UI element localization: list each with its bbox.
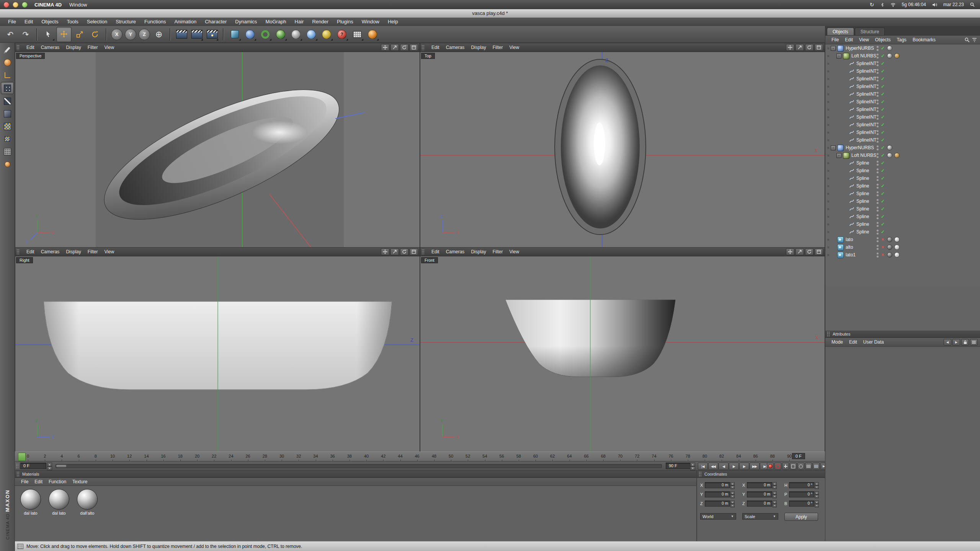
timeline-tick-84[interactable]: 84 xyxy=(736,454,741,458)
timeline-tick-32[interactable]: 32 xyxy=(296,454,301,458)
attributes-panel-header[interactable]: Attributes xyxy=(825,331,980,338)
timeline-tick-24[interactable]: 24 xyxy=(229,454,233,458)
bluetooth-icon[interactable] xyxy=(880,2,884,7)
viewport-menu-display[interactable]: Display xyxy=(66,249,81,254)
object-manager-menu-view[interactable]: View xyxy=(859,37,869,42)
filter-icon[interactable] xyxy=(972,37,977,42)
edges-mode-button[interactable] xyxy=(1,95,13,107)
viewport-menu-display[interactable]: Display xyxy=(66,45,81,50)
panel-grip[interactable] xyxy=(827,331,830,337)
panel-grip[interactable] xyxy=(16,45,20,50)
next-key-button[interactable]: ▶▶ xyxy=(750,463,760,470)
panel-grip[interactable] xyxy=(16,471,20,477)
position-y-field[interactable]: 0 m xyxy=(705,491,730,497)
enable-toggle-icon[interactable]: ✓ xyxy=(880,222,885,227)
app-menu-character[interactable]: Character xyxy=(201,18,231,26)
timeline-scrollbar[interactable] xyxy=(56,464,662,468)
visibility-dots-icon[interactable] xyxy=(877,92,879,94)
viewport-menu-filter[interactable]: Filter xyxy=(88,249,98,254)
visibility-dots-icon[interactable] xyxy=(877,130,879,132)
position-z-field[interactable]: 0 m xyxy=(705,500,730,507)
tree-row-hypernurbs[interactable]: -HyperNURBS✓ xyxy=(825,44,980,52)
materials-menu-function[interactable]: Function xyxy=(49,479,66,484)
object-axis-mode-button[interactable] xyxy=(1,69,13,81)
timeline-tick-70[interactable]: 70 xyxy=(618,454,622,458)
enable-toggle-icon[interactable]: ✓ xyxy=(880,114,885,120)
tan-tag-icon[interactable] xyxy=(894,153,900,158)
timeline-end-field[interactable]: 90 F xyxy=(666,463,692,469)
timeline-tick-58[interactable]: 58 xyxy=(516,454,521,458)
app-menu-help[interactable]: Help xyxy=(384,18,402,26)
timeline-tick-68[interactable]: 68 xyxy=(601,454,606,458)
top-view-canvas[interactable]: X Z Z X xyxy=(420,52,825,247)
view-zoom-icon[interactable] xyxy=(795,248,804,255)
viewport-menu-display[interactable]: Display xyxy=(471,45,486,50)
tree-row-lato[interactable]: lato× xyxy=(825,236,980,243)
app-menu-selection[interactable]: Selection xyxy=(83,18,111,26)
expander-icon[interactable]: - xyxy=(831,145,836,150)
coordinate-space-dropdown[interactable]: World▼ xyxy=(700,513,736,520)
timeline-tick-60[interactable]: 60 xyxy=(533,454,538,458)
enable-toggle-icon[interactable]: ✓ xyxy=(880,53,885,59)
tree-row-splineint[interactable]: SplineINT✓ xyxy=(825,129,980,136)
search-icon[interactable] xyxy=(965,37,970,42)
rotation-p-stepper[interactable]: ▲▼ xyxy=(815,491,819,497)
tree-row-splineint[interactable]: SplineINT✓ xyxy=(825,113,980,121)
start-field-stepper[interactable]: ▲▼ xyxy=(47,463,52,469)
move-tool[interactable] xyxy=(56,27,72,42)
material-dal-lato[interactable]: dal lato xyxy=(46,489,72,515)
view-pan-icon[interactable] xyxy=(786,248,794,255)
enable-toggle-icon[interactable]: ✓ xyxy=(880,130,885,135)
enable-toggle-icon[interactable]: ✓ xyxy=(880,99,885,104)
materials-panel-header[interactable]: Materials xyxy=(15,471,696,478)
timeline-tick-40[interactable]: 40 xyxy=(364,454,369,458)
viewport-menu-edit[interactable]: Edit xyxy=(431,45,439,50)
enable-toggle-icon[interactable]: ✓ xyxy=(880,122,885,127)
timeline-start-field[interactable]: 0 F xyxy=(20,463,46,469)
rotation-b-field[interactable]: 0 ° xyxy=(789,500,814,507)
timeline-tick-28[interactable]: 28 xyxy=(263,454,267,458)
enable-toggle-icon[interactable]: ✓ xyxy=(880,76,885,82)
timeline-tick-62[interactable]: 62 xyxy=(550,454,555,458)
history-forward-icon[interactable]: ▶ xyxy=(952,339,960,346)
materials-menu-file[interactable]: File xyxy=(21,479,28,484)
materials-menu-texture[interactable]: Texture xyxy=(72,479,87,484)
polygons-mode-button[interactable] xyxy=(1,108,13,119)
enable-toggle-icon[interactable]: ✓ xyxy=(880,160,885,166)
tree-row-splineint[interactable]: SplineINT✓ xyxy=(825,67,980,75)
undo-button[interactable]: ↶ xyxy=(3,27,18,42)
enable-toggle-icon[interactable]: ✓ xyxy=(880,107,885,112)
visibility-dots-icon[interactable] xyxy=(877,77,879,78)
app-menu-structure[interactable]: Structure xyxy=(111,18,140,26)
coordinate-system-button[interactable]: ⊕ xyxy=(152,27,166,42)
tree-row-splineint[interactable]: SplineINT✓ xyxy=(825,90,980,98)
view-rotate-icon[interactable] xyxy=(400,44,408,51)
timeline-tick-88[interactable]: 88 xyxy=(770,454,775,458)
lock-x-axis-button[interactable]: X xyxy=(111,29,122,40)
material-dal-lato[interactable]: dal lato xyxy=(18,489,43,515)
dark-tag-icon[interactable] xyxy=(887,237,892,242)
visibility-dots-icon[interactable] xyxy=(877,207,879,209)
visibility-dots-icon[interactable] xyxy=(877,191,879,193)
menubar-app-name[interactable]: CINEMA 4D xyxy=(34,2,62,8)
timeline-tick-48[interactable]: 48 xyxy=(432,454,436,458)
view-maximize-icon[interactable] xyxy=(410,44,418,51)
tree-row-splineint[interactable]: SplineINT✓ xyxy=(825,106,980,113)
timeline-tick-66[interactable]: 66 xyxy=(584,454,588,458)
viewport-menu-view[interactable]: View xyxy=(104,249,114,254)
visibility-dots-icon[interactable] xyxy=(877,145,879,147)
visibility-dots-icon[interactable] xyxy=(877,69,879,71)
tree-row-spline[interactable]: Spline✓ xyxy=(825,182,980,190)
previous-frame-button[interactable]: ◀ xyxy=(719,463,728,470)
tree-row-loft-nurbs[interactable]: -Loft NURBS✓ xyxy=(825,152,980,159)
enable-toggle-icon[interactable]: ✓ xyxy=(880,145,885,150)
record-pla-toggle[interactable] xyxy=(813,463,820,470)
timeline-tick-80[interactable]: 80 xyxy=(702,454,707,458)
app-menu-objects[interactable]: Objects xyxy=(37,18,62,26)
view-rotate-icon[interactable] xyxy=(805,44,813,51)
menubar-clock[interactable]: 5g 06:46:04 xyxy=(902,2,926,7)
add-camera-light-menu[interactable] xyxy=(319,27,334,42)
time-machine-icon[interactable]: ↻ xyxy=(870,2,874,8)
points-mode-button[interactable] xyxy=(1,82,14,94)
record-scale-toggle[interactable] xyxy=(790,463,797,470)
